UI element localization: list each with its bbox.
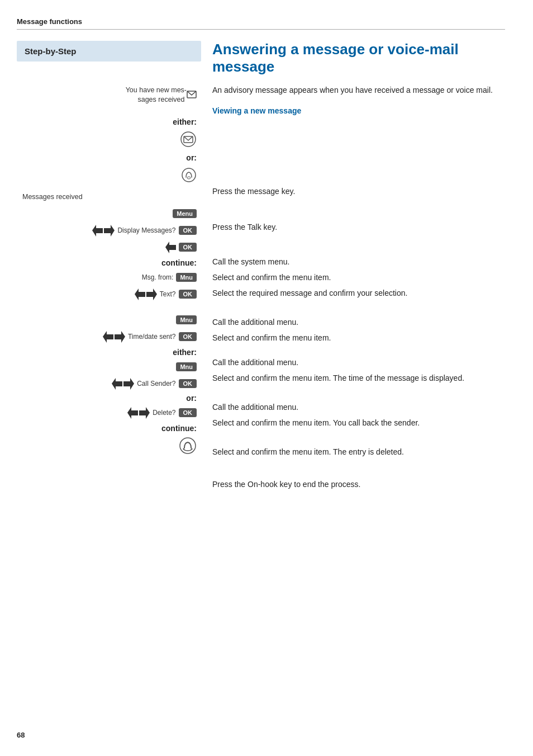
- right-spacer-continue-1: [212, 301, 505, 314]
- ok-button-1[interactable]: OK: [179, 226, 197, 235]
- svg-marker-10: [103, 331, 113, 343]
- right-mnu-2: Call the additional menu.: [212, 355, 505, 370]
- right-mnu-3: Call the additional menu.: [212, 399, 505, 415]
- spacer-1: [17, 303, 201, 312]
- right-select-message: Select the required message and confirm …: [212, 285, 505, 301]
- time-date-row: Time/date sent? OK: [17, 329, 201, 344]
- ok-button-6[interactable]: OK: [179, 408, 197, 417]
- call-system-menu-text: Call the system menu.: [212, 257, 290, 268]
- step-by-step-header: Step-by-Step: [17, 41, 201, 62]
- message-key-text: Press the message key.: [212, 186, 295, 197]
- right-spacer-2: [212, 346, 505, 355]
- nav-arrows-5: [127, 407, 150, 419]
- page-number: 68: [17, 731, 25, 739]
- ok-button-4[interactable]: OK: [179, 332, 197, 341]
- messages-received-label: Messages received: [17, 189, 201, 205]
- svg-marker-15: [139, 407, 150, 419]
- select-confirm-text-2: Select and confirm the menu item.: [212, 333, 331, 344]
- svg-marker-13: [123, 378, 134, 390]
- call-sender-text: Select and confirm the menu item. You ca…: [212, 418, 420, 429]
- keyword-either-2: either:: [17, 348, 201, 357]
- call-additional-menu-text-3: Call the additional menu.: [212, 402, 298, 413]
- menu-btn-row-1: Menu: [17, 206, 201, 221]
- intro-text: An advisory message appears when you hav…: [212, 84, 505, 96]
- mnu-btn-row-3: Mnu: [17, 359, 201, 375]
- right-menu-1: Call the system menu.: [212, 254, 505, 270]
- new-messages-label: You have new mes-sages received: [126, 86, 187, 105]
- right-spacer-new-msg: [212, 122, 505, 167]
- talk-key-row: [17, 164, 201, 187]
- time-date-label: Time/date sent?: [128, 333, 176, 341]
- ok-button-3[interactable]: OK: [179, 290, 197, 299]
- nav-arrows-1: [92, 225, 115, 237]
- talk-icon: [181, 167, 197, 185]
- call-sender-label: Call Sender?: [137, 380, 175, 388]
- main-title: Answering a message or voice-mail messag…: [212, 41, 505, 75]
- svg-point-16: [180, 438, 196, 453]
- right-spacer-continue-2: [212, 460, 505, 473]
- keyword-or-2: or:: [17, 394, 201, 403]
- menu-button-1[interactable]: Menu: [173, 209, 197, 218]
- nav-arrows-down-1: [165, 242, 176, 253]
- right-spacer-or-1: [212, 202, 505, 216]
- keyword-continue-1: continue:: [17, 258, 201, 267]
- svg-marker-7: [165, 242, 176, 253]
- select-confirm-text-1: Select and confirm the menu item.: [212, 272, 331, 284]
- right-msg-from: Call the additional menu.: [212, 314, 505, 330]
- keyword-continue-2: continue:: [17, 424, 201, 433]
- time-date-text: Select and confirm the menu item. The ti…: [212, 373, 464, 384]
- right-onhook: Press the On-hook key to end the process…: [212, 473, 505, 495]
- messages-received-text: Messages received: [22, 193, 83, 201]
- page-header: Message functions: [17, 17, 505, 30]
- right-spacer-or-2: [212, 431, 505, 444]
- svg-marker-6: [104, 225, 115, 237]
- envelope-small-icon: [187, 91, 197, 100]
- svg-marker-11: [115, 331, 125, 343]
- two-col-layout: Step-by-Step You have new mes-sages rece…: [17, 41, 505, 495]
- call-additional-menu-text-2: Call the additional menu.: [212, 357, 298, 368]
- new-messages-row: You have new mes-sages received: [17, 73, 201, 117]
- svg-point-3: [182, 168, 196, 182]
- nav-arrows-4: [112, 378, 134, 390]
- svg-marker-12: [112, 378, 122, 390]
- mnu-button-2[interactable]: Mnu: [176, 315, 197, 324]
- ok-button-5[interactable]: OK: [179, 379, 197, 388]
- select-message-row: OK: [17, 239, 201, 255]
- svg-marker-8: [135, 289, 145, 300]
- onhook-row: [17, 435, 201, 457]
- select-message-text: Select the required message and confirm …: [212, 288, 407, 299]
- ok-button-2[interactable]: OK: [179, 243, 197, 252]
- msg-from-label: Msg. from:: [142, 273, 174, 281]
- page-header-title: Message functions: [17, 17, 82, 26]
- display-messages-label: Display Messages?: [117, 226, 175, 234]
- msg-from-row: Msg. from: Mnu: [17, 270, 201, 285]
- mnu-button-1[interactable]: Mnu: [176, 273, 197, 282]
- nav-arrows-3: [103, 331, 125, 343]
- text-label: Text?: [160, 290, 176, 298]
- right-time-date: Select and confirm the menu item. The ti…: [212, 370, 505, 386]
- call-sender-row: Call Sender? OK: [17, 376, 201, 391]
- right-display-messages: Select and confirm the menu item.: [212, 270, 505, 285]
- display-messages-row: Display Messages? OK: [17, 223, 201, 238]
- onhook-icon: [179, 437, 197, 456]
- delete-text: Select and confirm the menu item. The en…: [212, 447, 404, 458]
- talk-key-text: Press the Talk key.: [212, 222, 277, 233]
- keyword-or-1: or:: [17, 153, 201, 162]
- mnu-button-3[interactable]: Mnu: [176, 362, 197, 371]
- page: Message functions Step-by-Step You have …: [0, 0, 533, 756]
- mnu-btn-row-2: Mnu: [17, 312, 201, 328]
- envelope-large-icon: [180, 131, 197, 149]
- delete-label: Delete?: [153, 409, 175, 417]
- svg-marker-9: [146, 289, 157, 300]
- right-call-sender: Select and confirm the menu item. You ca…: [212, 415, 505, 431]
- call-additional-menu-text-1: Call the additional menu.: [212, 317, 298, 328]
- text-row: Text? OK: [17, 286, 201, 302]
- right-message-key: Press the message key.: [212, 180, 505, 202]
- right-talk-key: Press the Talk key.: [212, 216, 505, 238]
- steps-content: You have new mes-sages received either:: [17, 62, 201, 457]
- keyword-either-1: either:: [17, 117, 201, 126]
- right-spacer-msg-rcv: [212, 238, 505, 254]
- right-column: Answering a message or voice-mail messag…: [201, 41, 505, 495]
- nav-arrows-2: [135, 289, 157, 300]
- delete-row: Delete? OK: [17, 405, 201, 420]
